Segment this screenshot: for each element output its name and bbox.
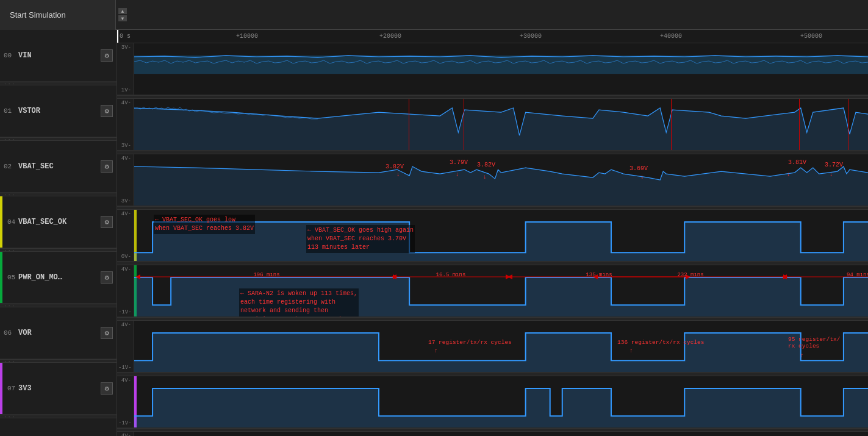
y-axis-led: 4V- -1V- — [117, 432, 134, 436]
tick-30k: +30000 — [520, 33, 542, 40]
tick-10k: +10000 — [236, 33, 258, 40]
y-label-0v-ok: 0V- — [118, 254, 132, 260]
annotation-reg17: 17 register/tx/rx cycles — [428, 339, 512, 346]
waveform-row-vor: 4V- -1V- 17 register/tx/rx cycles ↑ 136 … — [117, 321, 868, 373]
waveform-row-pwr-on-mo: 4V- -1V- ← SARA-N2 is woken up 113 times… — [117, 265, 868, 317]
y-label-3v-vbat: 3V- — [118, 198, 132, 204]
channel-gear-vor[interactable]: ⚙ — [101, 327, 113, 339]
tick-0s: 0 s — [120, 33, 131, 40]
channel-gear-vbat-sec[interactable]: ⚙ — [101, 160, 113, 173]
channel-name-vbat-sec: VBAT_SEC — [16, 162, 101, 171]
annotation-sara-n2: ← SARA-N2 is woken up 113 times,each tim… — [239, 288, 359, 317]
waveform-area: 0 s +10000 +20000 +30000 +40000 +50000 3… — [117, 30, 868, 436]
svg-text:196 mins: 196 mins — [253, 273, 279, 278]
svg-marker-10 — [392, 274, 396, 279]
y-axis-vbat-sec-ok: 4V- 0V- — [117, 210, 134, 261]
timeline-header: 0 s +10000 +20000 +30000 +40000 +50000 — [117, 30, 868, 43]
tick-20k: +20000 — [379, 33, 401, 40]
channel-num-02: 02 — [4, 163, 16, 170]
channel-name-vor: VOR — [16, 329, 101, 337]
channel-row-vbat-sec-ok: 04 VBAT_SEC_OK ⚙ — [0, 196, 117, 248]
channel-name-vstor: VSTOR — [16, 107, 101, 115]
channel-num-05: 05 — [4, 274, 16, 281]
y-label-n1v-vor: -1V- — [118, 365, 132, 371]
tick-50k: +50000 — [800, 33, 822, 40]
annotation-vbat-low: ← VBAT_SEC_OK goes lowwhen VBAT_SEC reac… — [154, 215, 255, 234]
waveform-rows: 3V- 1V- 4V- 3V- — [117, 43, 868, 436]
waveform-svg-vstor — [134, 99, 868, 151]
channel-row-led: 08 LED ⚙ — [0, 418, 117, 436]
waveform-row-vstor: 4V- 3V- — [117, 99, 868, 151]
channel-num-01: 01 — [4, 107, 16, 115]
y-label-4v-vstor: 4V- — [118, 100, 132, 106]
channel-num-07: 07 — [4, 385, 16, 392]
y-label-4v-3v3: 4V- — [118, 377, 132, 384]
channel-gear-3v3[interactable]: ⚙ — [101, 382, 113, 395]
tick-40k: +40000 — [660, 33, 682, 40]
waveform-row-3v3: 4V- -1V- — [117, 376, 868, 428]
y-label-4v-vbat: 4V- — [118, 155, 132, 162]
waveform-row-vin: 3V- 1V- — [117, 43, 868, 95]
channel-row-vor: 06 VOR ⚙ — [0, 307, 117, 359]
y-axis-vor: 4V- -1V- — [117, 321, 134, 372]
annotation-94mins: 94 mins — [782, 273, 868, 283]
y-axis-vbat-sec: 4V- 3V- — [117, 154, 134, 205]
annotation-232mins: 232 mins — [593, 273, 788, 283]
svg-marker-6 — [135, 274, 140, 279]
channel-row-vbat-sec: 02 VBAT_SEC ⚙ — [0, 141, 117, 193]
svg-rect-30 — [526, 432, 611, 436]
y-axis-vin: 3V- 1V- — [117, 43, 134, 95]
channel-gear-vin[interactable]: ⚙ — [101, 49, 113, 62]
svg-marker-1 — [134, 108, 868, 151]
scroll-down-arrow[interactable]: ▼ — [118, 15, 127, 21]
svg-marker-26 — [134, 388, 868, 428]
waveform-svg-led — [134, 432, 868, 436]
channel-name-pwr-on-mo: PWR_ON_MO… — [16, 273, 101, 282]
channel-row-3v3: 07 3V3 ⚙ — [0, 363, 117, 415]
channel-name-3v3: 3V3 — [16, 384, 101, 393]
channel-row-vstor: 01 VSTOR ⚙ — [0, 85, 117, 137]
y-axis-pwr-on-mo: 4V- -1V- — [117, 265, 134, 316]
waveform-row-led: 4V- -1V- — [117, 432, 868, 436]
start-simulation-button[interactable]: Start Simulation — [0, 0, 116, 30]
annotation-165mins: 16.5 mins — [392, 273, 511, 283]
svg-text:94 mins: 94 mins — [847, 273, 868, 278]
y-label-1v: 1V- — [118, 87, 132, 93]
channel-name-vbat-sec-ok: VBAT_SEC_OK — [16, 218, 101, 226]
channel-num-00: 00 — [4, 52, 16, 59]
y-axis-3v3: 4V- -1V- — [117, 376, 134, 427]
waveform-svg-vor — [134, 321, 868, 373]
annotation-vbat-high: ← VBAT_SEC_OK goes high againwhen VBAT_S… — [306, 225, 415, 253]
scroll-up-arrow[interactable]: ▲ — [118, 8, 127, 14]
channel-num-06: 06 — [4, 329, 16, 337]
arrow-reg95: ↑ — [800, 352, 804, 359]
channel-row-pwr-on-mo: 05 PWR_ON_MO… ⚙ — [0, 252, 117, 304]
svg-marker-14 — [508, 274, 512, 279]
channel-row-vin: 00 VIN ⚙ — [0, 30, 117, 82]
channel-gear-vbat-sec-ok[interactable]: ⚙ — [101, 216, 113, 228]
y-axis-vstor: 4V- 3V- — [117, 99, 134, 150]
channels-panel: 00 VIN ⚙ ··· 01 VSTOR ⚙ ··· 02 VBAT_SEC … — [0, 30, 117, 436]
waveform-svg-vin — [134, 43, 868, 95]
waveform-row-vbat-sec-ok: 4V- 0V- ← VBAT_SEC_OK goes lowwhen VBAT_… — [117, 210, 868, 262]
scroll-controls: ▲ ▼ — [118, 8, 127, 21]
arrow-reg136: ↑ — [629, 348, 633, 354]
svg-text:16.5 mins: 16.5 mins — [436, 273, 466, 278]
y-label-n1v-3v3: -1V- — [118, 420, 132, 426]
annotation-reg136: 136 register/tx/rx cycles — [617, 339, 705, 346]
waveform-svg-vbat-sec — [134, 154, 868, 206]
annotation-reg95: 95 register/tx/rx cycles — [788, 336, 841, 349]
svg-text:232 mins: 232 mins — [677, 273, 703, 278]
y-label-4v-led: 4V- — [118, 433, 132, 436]
svg-rect-32 — [844, 432, 868, 436]
svg-marker-18 — [593, 274, 598, 279]
svg-rect-0 — [134, 55, 868, 74]
arrow-reg17: ↑ — [434, 348, 438, 354]
y-label-n1v-pwr: -1V- — [118, 309, 132, 315]
channel-gear-pwr-on-mo[interactable]: ⚙ — [101, 271, 113, 284]
channel-gear-vstor[interactable]: ⚙ — [101, 105, 113, 117]
y-label-4v-ok: 4V- — [118, 211, 132, 217]
y-label-3v: 3V- — [118, 45, 132, 51]
y-label-4v-pwr: 4V- — [118, 266, 132, 273]
waveform-row-vbat-sec: 4V- 3V- 3.82V 3.79V 3.82V 3.69V 3.81V 3.… — [117, 154, 868, 206]
